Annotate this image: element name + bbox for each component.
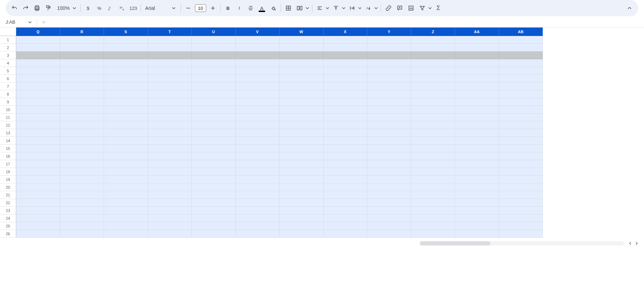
cell[interactable] [367,67,411,75]
cell[interactable] [192,230,236,238]
cell[interactable] [367,176,411,183]
cell[interactable] [16,44,60,51]
cell[interactable] [324,90,368,98]
cell[interactable] [367,121,411,129]
cell[interactable] [60,168,104,176]
cell[interactable] [324,51,368,59]
cell[interactable] [60,152,104,160]
cell[interactable] [16,222,60,230]
cell[interactable] [60,51,104,59]
column-header[interactable]: W [280,28,324,36]
cell[interactable] [236,145,280,152]
cell[interactable] [60,145,104,152]
cell[interactable] [499,160,543,168]
cell[interactable] [411,114,455,121]
cell[interactable] [411,59,455,67]
row-header[interactable]: 22 [0,199,16,207]
cell[interactable] [455,83,499,90]
cell[interactable] [455,207,499,214]
cell[interactable] [499,129,543,137]
cell[interactable] [455,121,499,129]
print-button[interactable] [32,3,42,13]
cell[interactable] [236,67,280,75]
cell[interactable] [16,90,60,98]
cell[interactable] [324,44,368,51]
cell[interactable] [455,214,499,222]
cell[interactable] [104,90,148,98]
cell[interactable] [280,106,324,114]
cell[interactable] [455,67,499,75]
cell[interactable] [148,83,192,90]
cell[interactable] [192,168,236,176]
cell[interactable] [104,199,148,207]
name-box[interactable]: J:AB [3,18,34,26]
cell[interactable] [411,222,455,230]
cell[interactable] [367,114,411,121]
cell[interactable] [236,114,280,121]
cell[interactable] [280,160,324,168]
paint-format-button[interactable] [43,3,54,13]
cell[interactable] [192,207,236,214]
cell[interactable] [236,44,280,51]
cell[interactable] [367,98,411,106]
cell[interactable] [192,137,236,145]
cell[interactable] [499,222,543,230]
cell[interactable] [411,199,455,207]
cell[interactable] [411,67,455,75]
cell[interactable] [192,36,236,44]
increase-decimal-button[interactable]: .00 [117,3,127,13]
cell[interactable] [104,75,148,83]
cell[interactable] [499,114,543,121]
select-all-corner[interactable] [0,28,16,36]
column-header[interactable]: AA [455,28,499,36]
cell[interactable] [104,44,148,51]
cell[interactable] [367,191,411,199]
insert-link-button[interactable] [383,3,394,13]
cell[interactable] [367,214,411,222]
row-header[interactable]: 15 [0,145,16,152]
cell[interactable] [148,168,192,176]
valign-dropdown[interactable] [341,6,346,10]
cell[interactable] [192,90,236,98]
cell[interactable] [192,176,236,183]
cell[interactable] [367,137,411,145]
cell[interactable] [324,75,368,83]
vertical-align-button[interactable] [331,3,341,13]
cell[interactable] [280,67,324,75]
cell[interactable] [148,199,192,207]
row-header[interactable]: 25 [0,222,16,230]
cell[interactable] [148,121,192,129]
create-filter-button[interactable] [417,3,428,13]
cell[interactable] [60,199,104,207]
row-header[interactable]: 23 [0,207,16,214]
row-header[interactable]: 7 [0,83,16,90]
format-percent-button[interactable]: % [94,3,105,13]
cell[interactable] [499,106,543,114]
cell[interactable] [148,106,192,114]
cell[interactable] [148,98,192,106]
cell[interactable] [16,51,60,59]
cell[interactable] [192,83,236,90]
scroll-left-button[interactable] [628,241,633,246]
cell[interactable] [104,129,148,137]
cell[interactable] [148,152,192,160]
cell[interactable] [367,183,411,191]
font-size-input[interactable] [195,4,206,12]
row-header[interactable]: 9 [0,98,16,106]
cell[interactable] [60,67,104,75]
cell[interactable] [60,44,104,51]
column-header[interactable]: S [104,28,148,36]
cell[interactable] [104,83,148,90]
cell[interactable] [148,67,192,75]
cell[interactable] [280,199,324,207]
cell[interactable] [324,145,368,152]
cell[interactable] [411,83,455,90]
cell[interactable] [411,214,455,222]
row-header[interactable]: 18 [0,168,16,176]
row-header[interactable]: 1 [0,36,16,44]
decrease-font-size-button[interactable] [183,3,194,13]
cell[interactable] [367,199,411,207]
cell[interactable] [104,36,148,44]
text-wrap-button[interactable] [347,3,357,13]
cell[interactable] [280,90,324,98]
